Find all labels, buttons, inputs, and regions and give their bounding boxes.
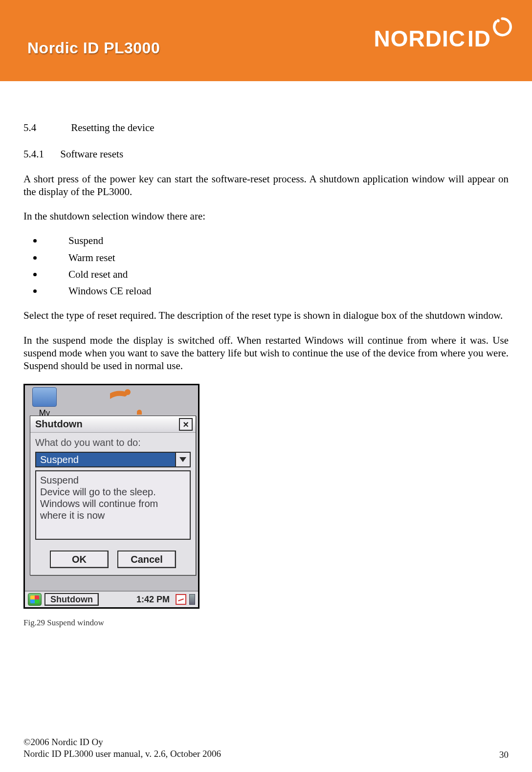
svg-point-1 [125,389,131,395]
page-header: Nordic ID PL3000 NORDIC ID [0,0,532,81]
dialog-body: What do you want to do: Suspend Suspend … [30,433,196,546]
description-line: Windows will continue from where it is n… [40,498,186,521]
action-combobox[interactable]: Suspend [35,452,191,467]
taskbar-clock: 1:42 PM [136,594,170,605]
subsection-title: Software resets [60,148,123,160]
page-footer: ©2006 Nordic ID Oy Nordic ID PL3000 user… [23,736,509,760]
paragraph-3: Select the type of reset required. The d… [23,309,509,322]
bullet-list: Suspend Warm reset Cold reset and Window… [23,234,509,297]
wallpaper-swirl-icon [110,385,169,415]
product-title: Nordic ID PL3000 [27,39,160,57]
chevron-down-icon [175,453,190,466]
close-icon: × [183,419,189,430]
ok-button[interactable]: OK [50,551,109,568]
list-item: Suspend [23,234,509,247]
cancel-button[interactable]: Cancel [117,551,176,568]
start-button[interactable] [28,593,42,606]
tray-sip-icon[interactable] [189,594,195,605]
figure-caption: Fig.29 Suspend window [23,618,200,628]
list-item: Warm reset [23,251,509,264]
taskbar-app-button[interactable]: Shutdown [44,593,99,606]
dialog-button-row: OK Cancel [30,546,196,575]
close-button[interactable]: × [179,418,193,431]
brand-suffix: ID [467,25,491,52]
shutdown-dialog: Shutdown × What do you want to do: Suspe… [30,416,196,575]
section-heading: 5.4 Resetting the device [23,121,509,134]
device-screen: My Shutdown × What do you want to do: [23,384,200,609]
paragraph-1: A short press of the power key can start… [23,173,509,199]
page-content: 5.4 Resetting the device 5.4.1 Software … [0,81,532,628]
desktop-icon-my-computer[interactable]: My [30,387,59,418]
svg-point-0 [496,19,499,22]
list-item: Windows CE reload [23,285,509,297]
svg-marker-2 [179,457,186,462]
section-number: 5.4 [23,121,68,134]
subsection-number: 5.4.1 [23,148,58,160]
brand-text: NORDIC [374,25,466,52]
taskbar: Shutdown 1:42 PM [25,591,198,607]
section-title: Resetting the device [71,122,154,133]
paragraph-2: In the shutdown selection window there a… [23,210,509,222]
system-tray [176,594,195,605]
description-line: Suspend [40,474,186,486]
combobox-selected: Suspend [36,453,175,466]
dialog-titlebar: Shutdown × [30,416,196,433]
paragraph-4: In the suspend mode the display is switc… [23,334,509,373]
footer-manual-version: Nordic ID PL3000 user manual, v. 2.6, Oc… [23,748,221,760]
description-line: Device will go to the sleep. [40,486,186,498]
footer-copyright: ©2006 Nordic ID Oy [23,736,221,749]
brand-logo: NORDIC ID [374,25,512,52]
swirl-icon [492,17,512,37]
tray-status-icon[interactable] [176,594,186,605]
description-box: Suspend Device will go to the sleep. Win… [35,470,191,540]
computer-icon [32,387,57,407]
list-item: Cold reset and [23,268,509,281]
dialog-prompt: What do you want to do: [35,437,191,449]
dialog-title-text: Shutdown [35,418,83,430]
figure: My Shutdown × What do you want to do: [23,384,200,628]
subsection-heading: 5.4.1 Software resets [23,148,509,160]
page-number: 30 [499,750,509,760]
